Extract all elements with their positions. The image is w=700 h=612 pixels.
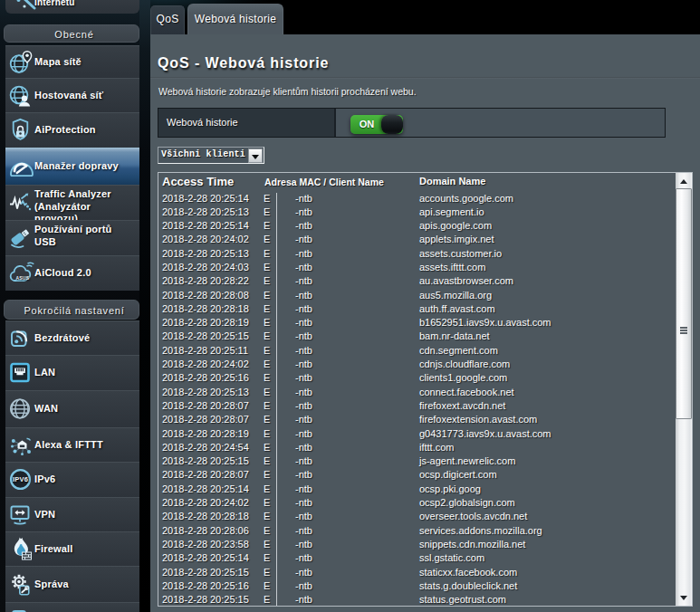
svg-text:IPV6: IPV6 (13, 475, 28, 483)
svg-text:ASUS: ASUS (16, 275, 30, 281)
